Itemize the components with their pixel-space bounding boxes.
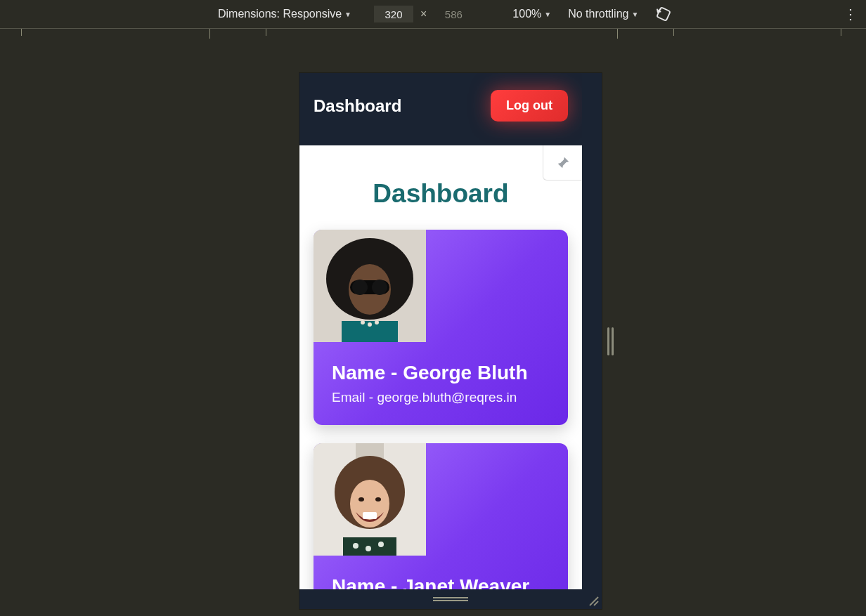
email-value: george.bluth@reqres.in — [377, 390, 517, 405]
app-viewport[interactable]: Dashboard Log out Dashboard — [299, 73, 582, 590]
zoom-dropdown[interactable]: 100% ▼ — [507, 0, 557, 28]
svg-point-10 — [375, 320, 379, 325]
more-options-icon[interactable]: ⋮ — [842, 0, 859, 28]
throttling-label: No throttling — [568, 8, 628, 20]
user-name: Name - Janet Weaver — [314, 556, 568, 590]
svg-point-20 — [366, 546, 371, 551]
logout-button[interactable]: Log out — [491, 90, 568, 122]
user-card: Name - Janet Weaver Email - janet.weaver… — [314, 443, 568, 590]
dimensions-dropdown[interactable]: Dimensions: Responsive ▼ — [212, 0, 357, 28]
page-title: Dashboard — [299, 145, 582, 230]
app-header: Dashboard Log out — [299, 73, 582, 145]
dimension-separator: × — [413, 8, 434, 20]
svg-point-5 — [352, 280, 368, 295]
pin-icon[interactable] — [543, 145, 582, 181]
devtools-toolbar: Dimensions: Responsive ▼ × 100% ▼ No thr… — [0, 0, 866, 28]
resize-handle-corner[interactable] — [588, 595, 599, 606]
svg-point-6 — [372, 280, 387, 295]
caret-down-icon: ▼ — [631, 11, 638, 18]
svg-point-21 — [378, 542, 384, 547]
rotate-icon[interactable] — [654, 4, 673, 24]
name-prefix: Name - — [332, 362, 403, 384]
email-prefix: Email - — [332, 390, 377, 405]
app-body: Dashboard — [299, 145, 582, 590]
device-stage: Dashboard Log out Dashboard — [0, 48, 866, 616]
user-name: Name - George Bluth — [314, 342, 568, 390]
name-value: George Bluth — [403, 362, 527, 384]
svg-point-19 — [353, 543, 358, 549]
svg-point-9 — [368, 322, 372, 327]
caret-down-icon: ▼ — [544, 11, 551, 18]
user-card: Name - George Bluth Email - george.bluth… — [314, 230, 568, 425]
zoom-label: 100% — [512, 8, 541, 20]
resize-handle-right[interactable] — [607, 327, 614, 355]
throttling-dropdown[interactable]: No throttling ▼ — [562, 0, 644, 28]
resize-handle-bottom[interactable] — [433, 597, 468, 601]
name-value: Janet Weaver — [403, 575, 529, 590]
svg-rect-0 — [657, 7, 671, 20]
svg-line-23 — [594, 601, 598, 605]
user-email: Email - george.bluth@reqres.in — [314, 390, 568, 405]
ruler — [0, 28, 866, 48]
svg-line-22 — [590, 597, 598, 605]
caret-down-icon: ▼ — [344, 11, 351, 18]
svg-point-17 — [375, 497, 381, 502]
svg-point-16 — [358, 497, 364, 502]
avatar — [314, 230, 426, 342]
height-input[interactable] — [434, 6, 473, 22]
avatar — [314, 443, 426, 556]
device-bottom-bar — [299, 589, 602, 609]
svg-rect-15 — [363, 512, 377, 519]
header-title: Dashboard — [314, 96, 401, 116]
name-prefix: Name - — [332, 575, 403, 590]
device-frame: Dashboard Log out Dashboard — [299, 73, 602, 609]
width-input[interactable] — [374, 6, 413, 22]
dimensions-label: Dimensions: Responsive — [218, 8, 342, 20]
svg-point-8 — [361, 320, 365, 325]
